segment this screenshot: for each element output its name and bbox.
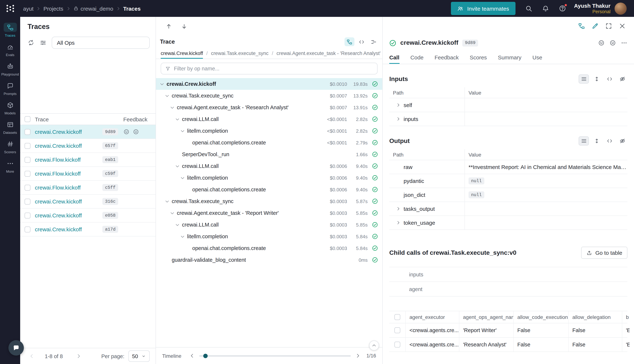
row-checkbox[interactable]: [25, 129, 31, 135]
breadcrumb-project[interactable]: crewai_demo: [73, 5, 113, 12]
expander-icon[interactable]: [165, 199, 169, 204]
row-checkbox[interactable]: [25, 157, 31, 162]
sidebar-item-playground[interactable]: Playground: [0, 60, 20, 79]
user-menu[interactable]: Ayush Thakur Personal: [574, 2, 610, 14]
call-id-badge[interactable]: 9d89: [462, 40, 478, 46]
child-table-col-header[interactable]: allow_delegation: [568, 311, 622, 323]
child-table-col-header[interactable]: agent_executor: [405, 311, 459, 323]
next-page-icon[interactable]: [76, 353, 82, 359]
trace-list-row[interactable]: crewai.Flow.kickoffc59f: [20, 167, 156, 181]
help-icon[interactable]: [559, 5, 566, 12]
trace-tree-row[interactable]: crewai.Task.execute_sync$0.000713.92s: [156, 90, 382, 102]
expander-icon[interactable]: [180, 234, 185, 239]
trace-crumb[interactable]: crewai.Crew.kickoff: [161, 48, 203, 59]
child-table-row[interactable]: <crewai.agents.cre...'Research Analyst'F…: [389, 338, 627, 352]
tab-use[interactable]: Use: [532, 50, 542, 64]
code-view-icon[interactable]: [604, 74, 614, 84]
expander-icon[interactable]: [180, 128, 185, 133]
kv-row[interactable]: json_dictnull: [389, 188, 627, 202]
wandb-logo-icon[interactable]: [6, 4, 15, 13]
sidebar-item-models[interactable]: Models: [0, 98, 20, 118]
trace-op-link[interactable]: crewai.Crew.kickoff: [35, 226, 82, 232]
expand-row-icon[interactable]: [396, 220, 401, 225]
select-all-checkbox[interactable]: [394, 314, 400, 320]
tree-view-toggle[interactable]: [345, 38, 355, 46]
trace-list-row[interactable]: crewai.Flow.kickoffc5ff: [20, 181, 156, 195]
row-checkbox[interactable]: [25, 171, 31, 176]
negative-feedback-icon[interactable]: [609, 40, 616, 46]
expander-icon[interactable]: [175, 164, 180, 168]
expander-icon[interactable]: [170, 210, 175, 215]
feedback-column-header[interactable]: Feedback: [123, 116, 156, 122]
sidebar-item-prompts[interactable]: Prompts: [0, 79, 20, 98]
trace-list-row[interactable]: crewai.Crew.kickoffe058: [20, 208, 156, 222]
trace-tree-row[interactable]: litellm.completion<$0.00012.82s: [156, 125, 382, 137]
tab-call[interactable]: Call: [389, 50, 399, 64]
sidebar-item-more[interactable]: More: [0, 156, 20, 176]
trace-tree-row[interactable]: litellm.completion$0.00069.40s: [156, 172, 382, 184]
expand-row-icon[interactable]: [396, 103, 401, 108]
child-table-row[interactable]: <crewai.agents.cre...'Report Writer'Fals…: [389, 323, 627, 338]
trace-op-link[interactable]: crewai.Flow.kickoff: [35, 170, 81, 177]
kv-row[interactable]: pydanticnull: [389, 174, 627, 188]
code-view-icon[interactable]: [604, 136, 614, 146]
trace-tree-row[interactable]: crewai.Agent.execute_task - 'Research An…: [156, 102, 382, 113]
sidebar-item-datasets[interactable]: Datasets: [0, 118, 20, 137]
support-chat-button[interactable]: [9, 340, 24, 356]
trace-column-header[interactable]: Trace: [35, 116, 123, 122]
kv-row[interactable]: self: [389, 98, 627, 112]
sidebar-item-evals[interactable]: Evals: [0, 40, 20, 60]
timeline-view-toggle[interactable]: [369, 38, 379, 46]
avatar[interactable]: [614, 2, 627, 14]
show-trace-tree-icon[interactable]: [578, 22, 585, 30]
prev-page-icon[interactable]: [29, 353, 35, 359]
timeline-next-icon[interactable]: [355, 353, 361, 358]
trace-tree-row[interactable]: crewai.LLM.call$0.00035.85s: [156, 219, 382, 230]
trace-tree-row[interactable]: guardrail-validate_blog_content0ms: [156, 254, 382, 266]
trace-op-link[interactable]: crewai.Crew.kickoff: [35, 212, 82, 218]
trace-crumb[interactable]: crewai.Agent.execute_task - 'Research An…: [276, 48, 381, 59]
hide-values-icon[interactable]: [617, 136, 627, 146]
expand-row-icon[interactable]: [396, 116, 401, 121]
kv-row[interactable]: tasks_output: [389, 202, 627, 216]
trace-op-link[interactable]: crewai.Crew.kickoff: [35, 198, 82, 204]
row-checkbox[interactable]: [25, 184, 31, 190]
trace-crumb[interactable]: crewai.Task.execute_sync: [211, 48, 268, 59]
ops-filter-select[interactable]: All Ops: [52, 37, 150, 49]
overflow-menu-icon[interactable]: [621, 40, 627, 46]
trace-op-link[interactable]: crewai.Crew.kickoff: [35, 142, 82, 149]
trace-tree-row[interactable]: openai.chat.completions.create<$0.00012.…: [156, 137, 382, 148]
kv-row[interactable]: raw**Investment Report: AI in Chemical a…: [389, 160, 627, 174]
edit-icon[interactable]: [591, 22, 599, 30]
previous-call-icon[interactable]: [165, 23, 172, 30]
trace-op-link[interactable]: crewai.Crew.kickoff: [35, 129, 82, 135]
trace-op-link[interactable]: crewai.Flow.kickoff: [35, 156, 81, 163]
row-checkbox[interactable]: [25, 143, 31, 149]
select-all-checkbox[interactable]: [25, 116, 31, 122]
kv-row[interactable]: inputs: [389, 112, 627, 126]
row-checkbox[interactable]: [394, 342, 400, 348]
pretty-view-icon[interactable]: [579, 136, 589, 146]
code-view-toggle[interactable]: [357, 38, 367, 46]
close-panel-icon[interactable]: [618, 22, 626, 30]
trace-tree-row[interactable]: openai.chat.completions.create$0.00069.4…: [156, 184, 382, 196]
child-table-col-header[interactable]: b: [622, 311, 629, 323]
trace-list-row[interactable]: crewai.Flow.kickoffeab1: [20, 153, 156, 167]
expander-icon[interactable]: [175, 222, 180, 227]
timeline-slider-knob[interactable]: [203, 354, 208, 358]
tab-code[interactable]: Code: [410, 50, 424, 64]
expander-icon[interactable]: [170, 105, 175, 110]
expand-values-icon[interactable]: [591, 74, 602, 84]
timeline-slider[interactable]: [199, 355, 351, 356]
row-checkbox[interactable]: [25, 226, 31, 232]
breadcrumb-entity[interactable]: ayut: [23, 5, 34, 12]
positive-feedback-icon[interactable]: [598, 40, 605, 46]
hide-values-icon[interactable]: [617, 74, 627, 84]
trace-op-link[interactable]: crewai.Flow.kickoff: [35, 184, 81, 190]
trace-tree-row[interactable]: crewai.LLM.call<$0.00012.82s: [156, 113, 382, 125]
timeline-prev-icon[interactable]: [189, 353, 195, 358]
expand-values-icon[interactable]: [591, 136, 602, 146]
search-icon[interactable]: [525, 5, 532, 12]
next-call-icon[interactable]: [181, 23, 187, 30]
invite-teammates-button[interactable]: Invite teammates: [451, 2, 515, 15]
